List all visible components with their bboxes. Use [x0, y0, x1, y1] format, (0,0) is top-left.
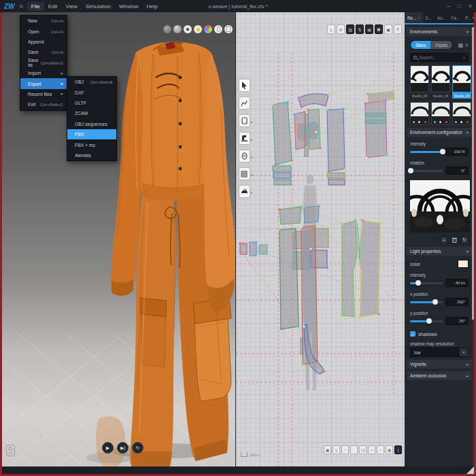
gem-view-icon[interactable]: ◆ [184, 25, 192, 33]
delete-environment-button[interactable] [450, 236, 458, 244]
gizmo-icon[interactable] [235, 25, 235, 33]
environments-header[interactable]: Environments ▾ [407, 27, 472, 36]
menubar-window[interactable]: Window [115, 2, 142, 11]
light-y-slider[interactable] [410, 320, 443, 322]
sort-icon[interactable]: ≋ [337, 24, 345, 34]
arrange-vertical-icon[interactable]: ⇅ [356, 24, 364, 34]
light-y-value[interactable]: 25° [445, 317, 469, 325]
grid-view-icon[interactable]: ▦ [458, 42, 464, 48]
avatar-view-icon[interactable] [214, 25, 222, 33]
shadows-checkbox[interactable]: ✓ [410, 331, 415, 337]
options-icon[interactable]: ≡ [394, 24, 402, 34]
env-thumbnail[interactable]: Studio_04 [431, 65, 450, 99]
close-button[interactable]: × [469, 3, 472, 10]
tab-scene[interactable]: S... [423, 12, 435, 23]
menu-item-new[interactable]: NewCtrl+N [20, 16, 67, 26]
light-color-swatch[interactable] [458, 260, 469, 268]
light-intensity-value[interactable]: 40 lm [445, 279, 469, 287]
toggle-seams-icon[interactable]: ∕ [341, 445, 349, 454]
menu-item-recent-files[interactable]: Recent files▸ [20, 89, 67, 99]
menu-item-save[interactable]: SaveCtrl+S [20, 47, 67, 57]
toggle-notches-icon[interactable]: ∙ [350, 445, 358, 454]
submenu-item-obj[interactable]: OBJCtrl+Shift+E [67, 77, 116, 87]
add-environment-button[interactable]: + [440, 236, 448, 244]
toggle-names-icon[interactable]: ▣ [324, 445, 331, 454]
curve-tool[interactable] [239, 97, 250, 109]
wireframe-view-icon[interactable] [163, 25, 171, 33]
tab-fabric[interactable]: Fa... [449, 12, 463, 23]
pattern-view-icon[interactable] [224, 25, 233, 33]
button-tool[interactable]: ▸ [239, 150, 250, 163]
search-input[interactable] [419, 55, 460, 60]
resize-grip[interactable] [466, 466, 474, 474]
select-tool[interactable] [239, 79, 250, 92]
env-thumbnail-selected[interactable]: Studio_04 [452, 65, 471, 99]
submenu-item-fbx[interactable]: FBX [67, 129, 116, 139]
vignette-header[interactable]: Vignette ▸ [407, 360, 472, 369]
light-x-slider[interactable] [410, 301, 443, 303]
toggle-grain-icon[interactable]: ▯ [333, 445, 340, 454]
shadow-res-dropdown[interactable]: low ▾ [410, 347, 469, 357]
env-rotation-value[interactable]: 0° [445, 167, 469, 175]
submenu-item-gltf[interactable]: GLTF [67, 98, 116, 108]
submenu-item-dxf[interactable]: DXF [67, 87, 116, 97]
env-config-header[interactable]: Environment configuration ▾ [407, 128, 472, 137]
env-rotation-slider[interactable] [410, 170, 443, 172]
reset-environment-button[interactable]: ↻ [460, 236, 469, 244]
layer-icon[interactable]: ▣ [384, 24, 392, 34]
ambient-occlusion-header[interactable]: Ambient occlusion ▸ [407, 371, 472, 380]
viewport-2d-patterns[interactable]: ▸ ▸ ▸ ▸ ▸ ▯ ≋ ▥ ⇅ ▤ ❷ ▣ ≡ [235, 12, 405, 466]
light-properties-header[interactable]: Light properties ▾ [407, 247, 472, 256]
arrange-grid-icon[interactable]: ▤ [365, 24, 373, 34]
light-toggle-icon[interactable] [194, 25, 202, 33]
light-intensity-slider[interactable] [410, 282, 443, 284]
arrange-stack-icon[interactable]: ❷ [375, 24, 383, 34]
env-intensity-slider[interactable] [410, 151, 443, 153]
tab-assets[interactable]: As... [435, 12, 449, 23]
avatar-toggle-icon[interactable] [6, 445, 15, 459]
menu-item-export[interactable]: Export▸ [20, 78, 67, 88]
fabric-tool[interactable]: ▸ [239, 167, 250, 180]
menubar-help[interactable]: Help [143, 2, 162, 11]
tab-close-icon[interactable]: × [418, 16, 420, 20]
iron-tool[interactable]: ▸ [239, 185, 250, 198]
hamburger-icon[interactable]: ≡ [18, 3, 27, 10]
step-forward-button[interactable]: ▶| [117, 442, 129, 454]
menubar-simulation[interactable]: Simulation [82, 2, 115, 11]
env-thumbnail[interactable] [431, 102, 450, 125]
clear-search-icon[interactable]: × [462, 56, 465, 60]
menubar-file[interactable]: File [27, 2, 44, 11]
toggle-internal-icon[interactable]: ❏ [359, 445, 367, 454]
tab-render[interactable]: Re...× [405, 12, 423, 23]
flip-icon[interactable]: ▯ [327, 24, 335, 34]
floors-button[interactable]: Floors [430, 41, 452, 49]
menu-item-exit[interactable]: ExitCtrl+Shift+C [20, 99, 67, 109]
sewing-tool[interactable]: ▸ [239, 132, 250, 145]
toggle-pins-icon[interactable]: ❙ [394, 445, 402, 454]
toggle-baseline-icon[interactable]: ▱ [368, 445, 375, 454]
arrange-horizontal-icon[interactable]: ▥ [346, 24, 354, 34]
material-view-icon[interactable] [204, 25, 212, 33]
menubar-edit[interactable]: Edit [44, 2, 62, 11]
menu-item-save-as[interactable]: Save asCtrl+Shift+S [20, 58, 67, 68]
light-x-value[interactable]: 292° [445, 298, 469, 306]
maximize-button[interactable]: □ [458, 3, 461, 10]
replay-button[interactable]: ↻ [132, 442, 143, 454]
list-view-icon[interactable]: ≡ [465, 42, 469, 48]
submenu-item-fbx-mc[interactable]: FBX + mc [67, 139, 116, 150]
skies-button[interactable]: Skies [411, 41, 430, 49]
minimize-button[interactable]: – [447, 3, 450, 10]
menu-item-append[interactable]: Append [20, 37, 67, 47]
submenu-item-zcam[interactable]: ZCAM [67, 108, 116, 118]
play-button[interactable]: ▶ [102, 442, 114, 454]
shaded-view-icon[interactable] [173, 25, 182, 33]
menu-item-open[interactable]: OpenCtrl+O [20, 26, 67, 36]
env-intensity-value[interactable]: 100 % [445, 148, 469, 156]
pattern-tool[interactable]: ▸ [239, 114, 250, 127]
toggle-curves-icon[interactable]: ∕ [377, 445, 384, 454]
env-thumbnail[interactable]: Studio_04 [410, 65, 429, 99]
menu-item-import[interactable]: Import▸ [20, 68, 67, 78]
menubar-view[interactable]: View [62, 2, 82, 11]
submenu-item-obj-sequences[interactable]: OBJ sequences [67, 119, 116, 129]
env-thumbnail[interactable] [452, 102, 471, 125]
